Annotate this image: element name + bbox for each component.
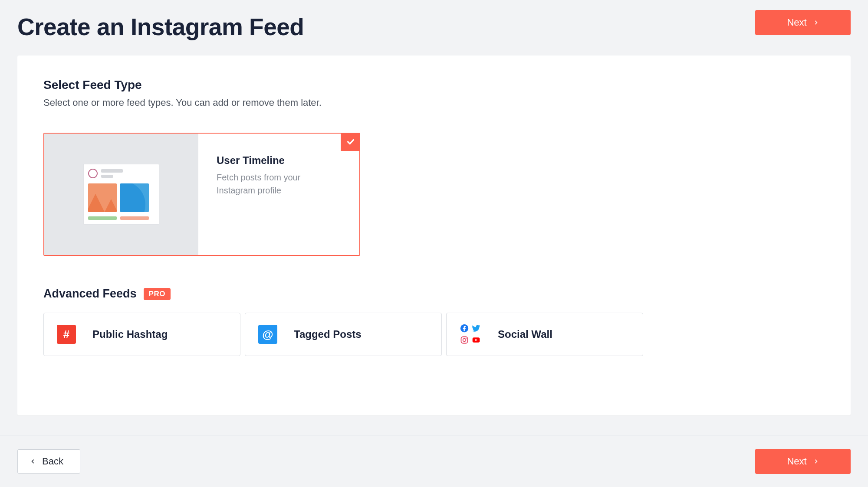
feed-type-description: Fetch posts from your Instagram profile [217, 171, 338, 197]
selected-check-badge [341, 133, 360, 151]
feed-type-user-timeline[interactable]: User Timeline Fetch posts from your Inst… [43, 133, 360, 256]
chevron-left-icon [30, 458, 36, 464]
chevron-right-icon [813, 20, 819, 26]
twitter-icon [471, 324, 481, 333]
next-button-bottom[interactable]: Next [755, 449, 851, 474]
next-button-top[interactable]: Next [755, 10, 851, 35]
advanced-feed-tagged-posts[interactable]: @ Tagged Posts [245, 313, 442, 356]
mention-icon: @ [258, 325, 277, 344]
feed-type-body: User Timeline Fetch posts from your Inst… [198, 134, 359, 255]
instagram-icon [460, 335, 469, 345]
section-title: Select Feed Type [43, 78, 825, 92]
advanced-title: Advanced Feeds [43, 287, 137, 301]
advanced-feed-label: Tagged Posts [294, 328, 362, 340]
next-button-label: Next [787, 456, 806, 467]
facebook-icon [460, 324, 469, 333]
back-button[interactable]: Back [17, 449, 80, 474]
youtube-icon [471, 335, 481, 345]
page-root: Create an Instagram Feed Next Select Fee… [0, 0, 868, 487]
bottom-bar: Back Next [0, 435, 868, 487]
page-header: Create an Instagram Feed Next [0, 0, 868, 41]
check-icon [346, 137, 355, 147]
illustration-mock [83, 164, 159, 225]
pro-badge: PRO [144, 288, 171, 300]
advanced-header: Advanced Feeds PRO [43, 287, 825, 301]
advanced-feed-label: Public Hashtag [92, 328, 168, 340]
feed-type-title: User Timeline [217, 154, 341, 167]
svg-point-2 [463, 339, 466, 342]
feed-type-illustration [44, 134, 198, 255]
hashtag-icon: # [57, 325, 76, 344]
advanced-feed-social-wall[interactable]: Social Wall [446, 313, 643, 356]
svg-rect-1 [461, 337, 468, 343]
back-button-label: Back [42, 456, 63, 467]
svg-point-3 [466, 338, 467, 339]
next-button-label: Next [787, 17, 806, 28]
content-card: Select Feed Type Select one or more feed… [17, 56, 851, 415]
social-wall-icon [460, 324, 481, 345]
page-title: Create an Instagram Feed [17, 4, 304, 41]
advanced-feed-public-hashtag[interactable]: # Public Hashtag [43, 313, 240, 356]
chevron-right-icon [813, 458, 819, 464]
advanced-feed-list: # Public Hashtag @ Tagged Posts [43, 313, 825, 356]
section-subtitle: Select one or more feed types. You can a… [43, 97, 825, 108]
advanced-feed-label: Social Wall [498, 328, 552, 340]
